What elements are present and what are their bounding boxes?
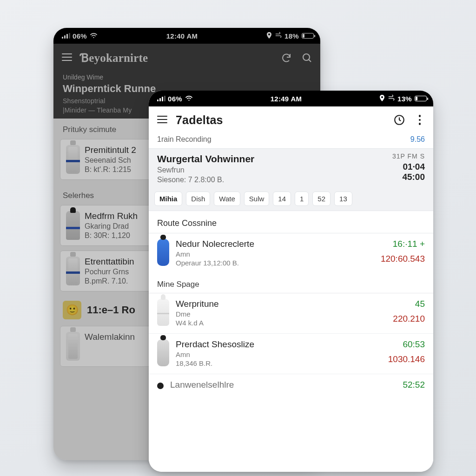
signal-icon <box>157 96 165 101</box>
location-icon <box>379 95 385 103</box>
item-title: Werpritune <box>176 299 386 309</box>
header-block: Wurgertal Vohwinner Sewfrun Siesone: 7 2… <box>149 148 433 188</box>
item-value-green: 45 <box>393 299 425 309</box>
statusbar: 06% 12:40 AM 18% <box>53 28 320 44</box>
chip[interactable]: 14 <box>273 192 291 206</box>
item-title: Nedur Nolecreclerte <box>176 239 374 249</box>
item-value-green: 52:52 <box>403 380 425 390</box>
header-right-3: 45:00 <box>392 172 425 182</box>
item-value-green: 16:·11 + <box>381 239 425 249</box>
carrier-pct: 06% <box>168 95 182 103</box>
signal-icon <box>62 33 70 39</box>
item-meta: 18,346 B.R. <box>176 359 382 367</box>
chip[interactable]: Mihia <box>154 192 182 206</box>
battery-pct: 18% <box>284 32 299 40</box>
bottle-white-icon <box>157 299 169 326</box>
recording-row[interactable]: 1rain Reconding 9.56 <box>149 133 433 148</box>
location-icon <box>266 32 272 40</box>
chip[interactable]: 13 <box>334 192 352 206</box>
item-value-red: 120:60.543 <box>381 254 425 264</box>
carrier-pct: 06% <box>73 32 87 40</box>
clock-icon[interactable] <box>392 113 406 127</box>
menu-button[interactable] <box>155 113 169 127</box>
more-button[interactable] <box>413 113 427 127</box>
statusbar: 06% 12:49 AM 13% <box>149 91 433 106</box>
pen-icon <box>66 211 80 240</box>
appbar-back: Ɓeyokarnirte <box>53 44 320 72</box>
smiley-icon: 🙂 <box>63 301 81 319</box>
status-time: 12:49 AM <box>193 95 379 103</box>
list-item[interactable]: Werpritune Dme W4 k.d A 45 220.210 <box>149 293 433 333</box>
chip[interactable]: 52 <box>312 192 331 206</box>
item-value-green: 60:53 <box>388 339 425 350</box>
list-item[interactable]: Prerdact Shesoslize Amn 18,346 B.R. 60:5… <box>149 333 433 374</box>
appbar-front: 7adeltas <box>149 106 433 133</box>
wind-icon <box>275 32 282 40</box>
list-item[interactable]: Lanwenelselhlre 52:52 <box>149 374 433 390</box>
app-title: Ɓeyokarnirte <box>80 51 273 65</box>
item-sub: Dme <box>176 310 386 318</box>
summary-label: 11:e–1 Ro <box>87 304 135 316</box>
list-item[interactable]: Nedur Nolecreclerte Amn Operaur 13,12:00… <box>149 233 433 273</box>
item-meta: Operaur 13,12:00 B. <box>176 259 374 267</box>
phone-front: 06% 12:49 AM 13% 7adeltas 1rain <box>149 91 433 472</box>
recording-value: 9.56 <box>410 135 425 144</box>
dot-icon <box>157 383 164 389</box>
bottle-icon <box>66 145 80 174</box>
menu-button[interactable] <box>60 51 74 65</box>
subhead-small: Unildeg Wime <box>63 73 311 81</box>
chip[interactable]: Sulw <box>244 192 270 206</box>
item-title: Lanwenelselhlre <box>170 380 396 390</box>
header-sub2: Siesone: 7 2.8:00 B. <box>157 176 425 184</box>
app-title: 7adeltas <box>176 113 386 127</box>
recording-label: 1rain Reconding <box>157 135 212 144</box>
wind-icon <box>388 94 395 103</box>
refresh-icon[interactable] <box>279 51 293 65</box>
wifi-icon <box>185 95 193 103</box>
bottle-icon <box>66 332 80 361</box>
chip-row: Mihia Dish Wate Sulw 14 1 52 13 <box>149 188 433 211</box>
wifi-icon <box>90 32 98 40</box>
battery-icon <box>302 33 314 39</box>
header-right-2: 01·04 <box>392 162 425 172</box>
bottle-icon <box>66 257 80 285</box>
capsule-blue-icon <box>157 239 169 266</box>
battery-icon <box>415 96 427 101</box>
item-sub: Amn <box>176 350 382 358</box>
item-sub: Amn <box>176 250 374 258</box>
status-time: 12:40 AM <box>98 32 266 40</box>
chip[interactable]: 1 <box>295 192 309 206</box>
chip[interactable]: Dish <box>186 192 210 206</box>
section-mine: Mine Spage <box>149 273 433 293</box>
search-icon[interactable] <box>300 51 314 65</box>
battery-pct: 13% <box>397 95 412 103</box>
header-sub1: Sewfrun <box>157 166 425 174</box>
svg-point-0 <box>93 37 94 38</box>
chip[interactable]: Wate <box>214 192 240 206</box>
item-value-red: 1030.146 <box>388 354 425 364</box>
capsule-gray-icon <box>157 339 169 366</box>
section-route: Route Cossnine <box>149 211 433 233</box>
header-title: Wurgertal Vohwinner <box>157 153 425 165</box>
item-title: Prerdact Shesoslize <box>176 339 382 350</box>
header-right-1: 31P FM S <box>392 152 425 160</box>
item-value-red: 220.210 <box>393 314 425 324</box>
svg-point-1 <box>303 54 310 60</box>
item-meta: W4 k.d A <box>176 319 386 327</box>
svg-point-2 <box>188 99 189 100</box>
